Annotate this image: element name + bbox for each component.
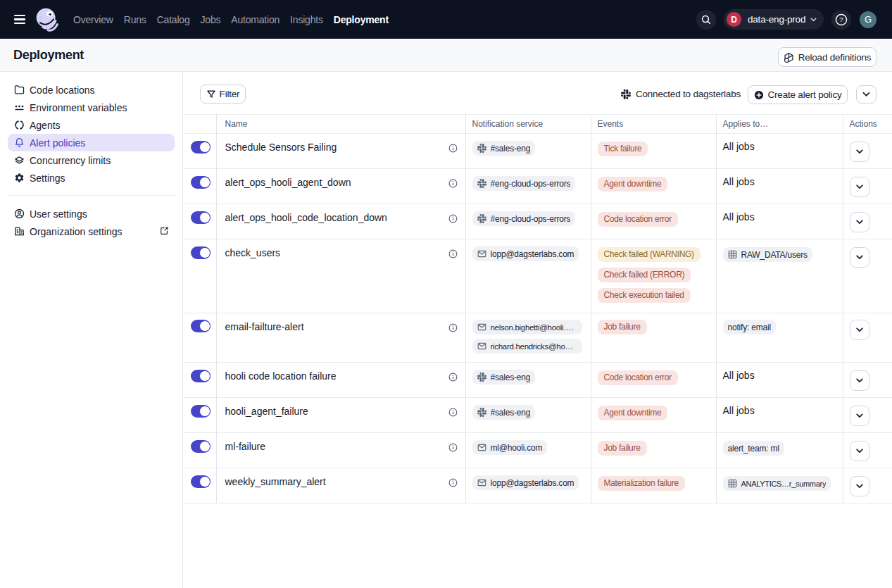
svg-text:?: ? xyxy=(839,15,843,23)
